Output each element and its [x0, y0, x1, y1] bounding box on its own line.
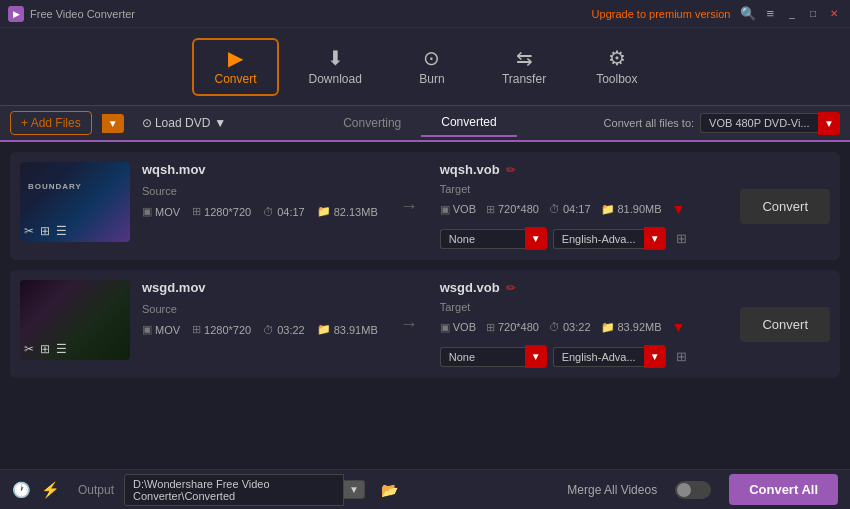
source-format-2: ▣ MOV	[142, 323, 180, 336]
output-caret[interactable]: ▼	[344, 480, 365, 499]
thumbnail-1: ✂ ⊞ ☰	[20, 162, 130, 242]
nav-convert[interactable]: ▶ Convert	[192, 38, 278, 96]
bottom-bar: 🕐 ⚡ Output D:\Wondershare Free Video Con…	[0, 469, 850, 509]
subtitle-select-1[interactable]: None	[440, 229, 525, 249]
main-content: ✂ ⊞ ☰ wqsh.mov Source ▣ MOV ⊞ 1280*720 ⏱…	[0, 142, 850, 469]
nav-toolbox[interactable]: ⚙ Toolbox	[576, 40, 657, 94]
target-format-dropdown-1[interactable]: ▼	[672, 201, 686, 217]
add-files-dropdown[interactable]: ▼	[102, 114, 124, 133]
adjust-icon-1[interactable]: ⊞	[676, 231, 687, 246]
target-name-row-1: wqsh.vob ✏	[440, 162, 719, 177]
subtitle-select-wrapper-2: None ▼	[440, 345, 547, 368]
format-dropdown-1: None ▼ English-Adva... ▼ ⊞	[440, 227, 719, 250]
edit-icon-1[interactable]: ✏	[506, 163, 516, 177]
add-files-button[interactable]: + Add Files	[10, 111, 92, 135]
merge-toggle[interactable]	[675, 481, 711, 499]
target-filename-2: wsgd.vob	[440, 280, 500, 295]
audio-select-2[interactable]: English-Adva...	[553, 347, 644, 367]
source-size-1: 📁 82.13MB	[317, 205, 378, 218]
subtitle-select-2[interactable]: None	[440, 347, 525, 367]
convert-button-2[interactable]: Convert	[740, 307, 830, 342]
t-resolution-icon-1: ⊞	[486, 203, 495, 216]
nav-transfer[interactable]: ⇆ Transfer	[482, 40, 566, 94]
file-info-1: wqsh.mov Source ▣ MOV ⊞ 1280*720 ⏱ 04:17…	[142, 162, 378, 250]
thumb-2-icons: ✂ ⊞ ☰	[24, 342, 67, 356]
edit-icon-2[interactable]: ✏	[506, 281, 516, 295]
load-dvd-button[interactable]: ⊙ Load DVD ▼	[132, 112, 237, 134]
t-format-icon-1: ▣	[440, 203, 450, 216]
resolution-icon-1: ⊞	[192, 205, 201, 218]
audio-select-wrapper-2: English-Adva... ▼	[553, 345, 666, 368]
search-icon[interactable]: 🔍	[740, 6, 756, 21]
convert-btn-area-1: Convert	[730, 162, 830, 250]
source-duration-1: ⏱ 04:17	[263, 206, 305, 218]
nav-download[interactable]: ⬇ Download	[289, 40, 382, 94]
audio-caret-1[interactable]: ▼	[644, 227, 666, 250]
resolution-icon-2: ⊞	[192, 323, 201, 336]
nav-toolbox-label: Toolbox	[596, 72, 637, 86]
target-meta-2: ▣ VOB ⊞ 720*480 ⏱ 03:22 📁 83.92MB ▼	[440, 319, 719, 335]
list-icon-2[interactable]: ☰	[56, 342, 67, 356]
source-resolution-1: ⊞ 1280*720	[192, 205, 251, 218]
subtitle-caret-1[interactable]: ▼	[525, 227, 547, 250]
nav-burn[interactable]: ⊙ Burn	[392, 40, 472, 94]
adjust-icon-2[interactable]: ⊞	[676, 349, 687, 364]
tab-converted[interactable]: Converted	[421, 109, 516, 137]
target-format-2: ▣ VOB	[440, 321, 476, 334]
nav-download-label: Download	[309, 72, 362, 86]
subtitle-caret-2[interactable]: ▼	[525, 345, 547, 368]
convert-button-1[interactable]: Convert	[740, 189, 830, 224]
arrow-1: →	[390, 162, 428, 250]
minimize-button[interactable]: _	[784, 7, 800, 21]
title-bar: ▶ Free Video Converter Upgrade to premiu…	[0, 0, 850, 28]
target-resolution-1: ⊞ 720*480	[486, 203, 539, 216]
crop-icon-2[interactable]: ⊞	[40, 342, 50, 356]
cut-icon-2[interactable]: ✂	[24, 342, 34, 356]
target-name-row-2: wsgd.vob ✏	[440, 280, 719, 295]
tab-converting[interactable]: Converting	[323, 109, 421, 137]
file-item-2: ✂ ⊞ ☰ wsgd.mov Source ▣ MOV ⊞ 1280*720 ⏱…	[10, 270, 840, 378]
thumb-1-icons: ✂ ⊞ ☰	[24, 224, 67, 238]
target-meta-1: ▣ VOB ⊞ 720*480 ⏱ 04:17 📁 81.90MB ▼	[440, 201, 719, 217]
maximize-button[interactable]: □	[805, 7, 821, 21]
format-select[interactable]: VOB 480P DVD-Vi...	[700, 113, 818, 133]
title-bar-right: Upgrade to premium version 🔍 ≡ _ □ ✕	[592, 6, 842, 21]
tab-area: Converting Converted	[244, 109, 595, 137]
lightning-icon[interactable]: ⚡	[41, 481, 60, 499]
title-bar-left: ▶ Free Video Converter	[8, 6, 135, 22]
format-select-caret[interactable]: ▼	[818, 112, 840, 135]
target-filename-1: wqsh.vob	[440, 162, 500, 177]
target-size-2: 📁 83.92MB	[601, 321, 662, 334]
app-icon: ▶	[8, 6, 24, 22]
audio-select-1[interactable]: English-Adva...	[553, 229, 644, 249]
format-select-wrapper: VOB 480P DVD-Vi... ▼	[700, 112, 840, 135]
transfer-nav-icon: ⇆	[516, 48, 533, 68]
convert-all-label: Convert all files to:	[604, 117, 694, 129]
convert-all-button[interactable]: Convert All	[729, 474, 838, 505]
size-icon-1: 📁	[317, 205, 331, 218]
format-icon-1: ▣	[142, 205, 152, 218]
load-dvd-dropdown-icon[interactable]: ▼	[214, 116, 226, 130]
clock-icon[interactable]: 🕐	[12, 481, 31, 499]
crop-icon-1[interactable]: ⊞	[40, 224, 50, 238]
upgrade-link[interactable]: Upgrade to premium version	[592, 8, 731, 20]
target-size-1: 📁 81.90MB	[601, 203, 662, 216]
format-dropdown-2: None ▼ English-Adva... ▼ ⊞	[440, 345, 719, 368]
cut-icon-1[interactable]: ✂	[24, 224, 34, 238]
target-format-dropdown-2[interactable]: ▼	[672, 319, 686, 335]
t-size-icon-1: 📁	[601, 203, 615, 216]
file-info-2: wsgd.mov Source ▣ MOV ⊞ 1280*720 ⏱ 03:22…	[142, 280, 378, 368]
audio-caret-2[interactable]: ▼	[644, 345, 666, 368]
nav-burn-label: Burn	[419, 72, 444, 86]
list-icon-1[interactable]: ☰	[56, 224, 67, 238]
folder-icon[interactable]: 📂	[381, 482, 398, 498]
output-path[interactable]: D:\Wondershare Free Video Converter\Conv…	[124, 474, 344, 506]
menu-icon[interactable]: ≡	[766, 6, 774, 21]
source-filename-1: wqsh.mov	[142, 162, 378, 177]
merge-label: Merge All Videos	[567, 483, 657, 497]
duration-icon-2: ⏱	[263, 324, 274, 336]
target-area-1: wqsh.vob ✏ Target ▣ VOB ⊞ 720*480 ⏱ 04:1…	[440, 162, 719, 250]
close-button[interactable]: ✕	[826, 7, 842, 21]
app-title: Free Video Converter	[30, 8, 135, 20]
source-filename-2: wsgd.mov	[142, 280, 378, 295]
